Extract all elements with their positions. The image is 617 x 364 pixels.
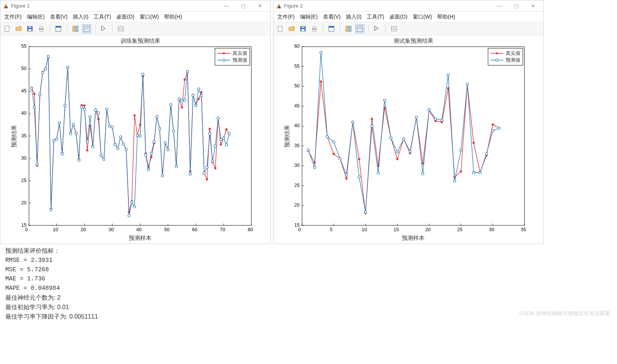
close-button[interactable]: ✕ [525, 1, 541, 11]
fig1-toolbar [0, 22, 270, 35]
svg-point-353 [100, 154, 102, 157]
close-button[interactable]: ✕ [251, 1, 268, 11]
dock-icon[interactable] [327, 24, 336, 33]
fig2-axes[interactable]: 测试集预测结果预测样本预测结果0510152025303515202530354… [273, 35, 544, 244]
svg-point-358 [114, 143, 116, 146]
svg-point-587 [409, 150, 411, 152]
svg-point-382 [181, 99, 183, 101]
svg-point-331 [39, 93, 41, 95]
svg-point-376 [164, 142, 166, 144]
svg-point-339 [61, 153, 63, 155]
menu-edit[interactable]: 编辑(E) [300, 14, 318, 20]
menu-tools[interactable]: 工具(T) [94, 14, 111, 20]
svg-point-334 [47, 55, 49, 58]
svg-point-361 [122, 143, 125, 145]
svg-point-373 [156, 115, 158, 118]
dock-icon[interactable] [54, 24, 63, 33]
menu-desktop[interactable]: 桌面(D) [116, 14, 134, 20]
svg-rect-414 [301, 26, 305, 28]
svg-point-573 [320, 51, 322, 54]
svg-point-385 [189, 173, 191, 175]
legend[interactable]: 真实值预测值 [215, 48, 250, 65]
svg-rect-9 [40, 26, 43, 28]
svg-rect-419 [329, 26, 334, 28]
svg-point-595 [460, 149, 462, 151]
print-icon[interactable] [37, 24, 46, 33]
minimize-button[interactable]: — [491, 1, 508, 11]
legend[interactable]: 真实值预测值 [488, 48, 523, 65]
menu-window[interactable]: 窗口(W) [413, 14, 432, 20]
menu-desktop[interactable]: 桌面(D) [389, 14, 407, 20]
svg-rect-15 [84, 26, 89, 31]
svg-marker-425 [375, 26, 378, 31]
svg-point-352 [97, 112, 100, 114]
svg-point-340 [64, 104, 66, 107]
print-icon[interactable] [310, 24, 319, 33]
svg-point-389 [200, 95, 203, 97]
svg-point-379 [172, 130, 175, 132]
svg-point-597 [472, 171, 475, 174]
svg-point-392 [209, 132, 211, 135]
fig2-titlebar[interactable]: Figure 2 — ▢ ✕ [273, 0, 544, 12]
fig1-title: Figure 1 [11, 3, 30, 9]
property-editor-icon[interactable] [116, 24, 125, 33]
svg-rect-422 [357, 26, 362, 31]
svg-point-393 [211, 160, 214, 162]
new-icon[interactable] [276, 24, 285, 33]
property-editor-icon[interactable] [389, 24, 398, 33]
link-axes-icon[interactable] [344, 24, 353, 33]
svg-point-571 [307, 149, 309, 151]
new-icon[interactable] [3, 24, 12, 33]
menu-view[interactable]: 查看(V) [50, 14, 68, 20]
svg-point-343 [72, 123, 74, 126]
svg-point-574 [326, 135, 328, 138]
svg-point-370 [147, 168, 150, 171]
best-neurons: 最佳神经元个数为: 2 [5, 293, 612, 303]
menu-window[interactable]: 窗口(W) [140, 14, 159, 20]
svg-point-406 [223, 59, 225, 61]
insert-legend-icon[interactable] [355, 24, 364, 33]
svg-point-589 [422, 173, 424, 175]
menu-edit[interactable]: 编辑(E) [27, 14, 45, 20]
svg-point-591 [434, 118, 437, 120]
edit-plot-icon[interactable] [372, 24, 381, 33]
menu-file[interactable]: 文件(F) [4, 14, 22, 20]
svg-point-576 [339, 157, 341, 160]
save-icon[interactable] [25, 24, 34, 33]
svg-point-590 [428, 109, 430, 111]
svg-point-329 [33, 106, 36, 109]
open-icon[interactable] [14, 24, 23, 33]
menu-help[interactable]: 帮助(H) [164, 14, 182, 20]
svg-point-387 [195, 104, 197, 107]
svg-point-350 [92, 146, 94, 148]
menu-insert[interactable]: 插入(I) [346, 14, 361, 20]
minimize-button[interactable]: — [218, 1, 235, 11]
menu-insert[interactable]: 插入(I) [73, 14, 88, 20]
fig1-axes[interactable]: 训练集预测结果预测样本预测结果0102030405060708015202530… [0, 35, 270, 244]
edit-plot-icon[interactable] [99, 24, 108, 33]
insert-legend-icon[interactable] [82, 24, 91, 33]
svg-rect-421 [349, 26, 351, 31]
metric-mape: MAPE = 0.048984 [5, 284, 612, 293]
menu-file[interactable]: 文件(F) [277, 14, 295, 20]
menu-view[interactable]: 查看(V) [323, 14, 341, 20]
fig1-menubar: 文件(F) 编辑(E) 查看(V) 插入(I) 工具(T) 桌面(D) 窗口(W… [0, 12, 270, 22]
svg-point-399 [228, 132, 230, 135]
figure-1-window: Figure 1 — ▢ ✕ 文件(F) 编辑(E) 查看(V) 插入(I) 工… [0, 0, 271, 244]
svg-point-394 [214, 145, 216, 147]
maximize-button[interactable]: ▢ [235, 1, 251, 11]
maximize-button[interactable]: ▢ [508, 1, 525, 11]
svg-point-398 [225, 144, 228, 146]
svg-marker-4 [16, 26, 21, 31]
menu-tools[interactable]: 工具(T) [367, 14, 384, 20]
svg-point-368 [142, 73, 144, 75]
fig1-titlebar[interactable]: Figure 1 — ▢ ✕ [0, 0, 270, 12]
svg-point-354 [103, 158, 105, 160]
link-axes-icon[interactable] [71, 24, 80, 33]
svg-point-572 [313, 166, 316, 168]
open-icon[interactable] [287, 24, 296, 33]
metric-rmse: RMSE = 2.3931 [5, 256, 612, 265]
svg-point-335 [50, 208, 52, 211]
menu-help[interactable]: 帮助(H) [437, 14, 455, 20]
save-icon[interactable] [298, 24, 308, 33]
